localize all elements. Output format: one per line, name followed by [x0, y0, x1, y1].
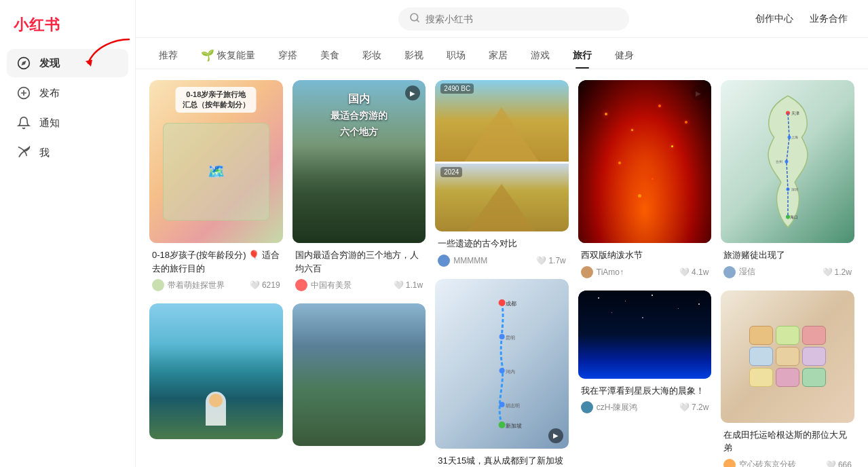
card-mountain[interactable]: 国内 最适合穷游的 六个地方 ▶ 国内最适合穷游的三个地方，人均六百 中国有美景 [293, 80, 426, 294]
svg-line-7 [417, 20, 419, 22]
card-title-mountain: 国内最适合穷游的三个地方，人均六百 [295, 248, 423, 275]
heart-icon-sea: 🤍 [679, 403, 690, 412]
card-route-map[interactable]: ▶ 成都 昆明 河内 胡志明 [435, 279, 569, 468]
card-meta-icecream: 空心砖东京分砖 🤍 666 [723, 459, 852, 468]
tab-fashion[interactable]: 穿搭 [269, 45, 307, 69]
creator-center-link[interactable]: 创作中心 [755, 13, 793, 25]
tab-food[interactable]: 美食 [311, 45, 349, 69]
card-likes-sea: 🤍 7.2w [679, 403, 709, 412]
card-author-icecream: 空心砖东京分砖 [723, 459, 796, 468]
card-title-pyramid: 一些遗迹的古今对比 [438, 237, 566, 250]
sidebar-item-publish[interactable]: 发布 [7, 79, 128, 107]
col-4: ▶ [578, 80, 712, 467]
card-body-pyramid: 一些遗迹的古今对比 MMMMM 🤍 1.7w [435, 231, 569, 269]
card-fire[interactable]: ▶ [578, 80, 712, 281]
card-village[interactable] [293, 303, 426, 454]
card-body-village [293, 446, 426, 454]
search-icon [409, 12, 420, 26]
svg-text:天津: 天津 [791, 111, 799, 115]
card-likes-mountain: 🤍 1.1w [394, 280, 423, 290]
avatar-vnmap [723, 266, 736, 278]
sidebar-label-discover: 发现 [39, 57, 60, 70]
avatar-mountain [295, 279, 307, 291]
svg-text:昆明: 昆明 [505, 335, 514, 340]
card-body-icecream: 在成田托运哈根达斯的那位大兄弟 空心砖东京分砖 🤍 666 [721, 423, 854, 468]
card-meta-pyramid: MMMMM 🤍 1.7w [438, 255, 566, 267]
tab-energy[interactable]: 🌱 恢复能量 [191, 45, 265, 69]
svg-marker-2 [21, 60, 26, 65]
business-link[interactable]: 业务合作 [810, 13, 848, 25]
svg-point-8 [498, 299, 505, 306]
search-input[interactable] [426, 14, 618, 24]
category-tabs: 推荐 🌱 恢复能量 穿搭 美食 彩妆 影视 职场 家居 游戏 旅行 [136, 38, 868, 69]
sidebar-item-notify[interactable]: 通知 [7, 109, 128, 137]
card-meta-sea: czH-陳展鸿 🤍 7.2w [581, 401, 709, 413]
bell-icon [16, 115, 31, 130]
heart-icon-m: 🤍 [394, 280, 404, 290]
card-author-sea: czH-陳展鸿 [581, 401, 638, 413]
card-ice-cream[interactable]: 在成田托运哈根达斯的那位大兄弟 空心砖东京分砖 🤍 666 [721, 291, 854, 468]
avatar-fire [581, 266, 593, 278]
card-body-route: 31天15城，真从成都到了新加坡（视频版） [435, 449, 569, 468]
card-title-route: 31天15城，真从成都到了新加坡（视频版） [438, 454, 566, 468]
tab-health[interactable]: 健身 [605, 45, 643, 69]
card-body-girl [149, 439, 283, 447]
tab-travel[interactable]: 旅行 [563, 45, 601, 69]
col-3: 2490 BC 2024 一些遗迹的古今对比 M [435, 80, 569, 467]
col-5: 天津 上海 台州 深圳 海口 旅游赌徒出现了 湿信 [721, 80, 854, 467]
card-author: 带着萌娃探世界 [152, 279, 225, 291]
card-title-fire: 西双版纳泼水节 [581, 248, 709, 262]
card-pyramid[interactable]: 2490 BC 2024 一些遗迹的古今对比 M [435, 80, 569, 269]
card-girl-view[interactable] [149, 303, 283, 447]
header-links: 创作中心 业务合作 [755, 13, 848, 25]
svg-text:胡志明: 胡志明 [505, 403, 519, 408]
col-2: 国内 最适合穷游的 六个地方 ▶ 国内最适合穷游的三个地方，人均六百 中国有美景 [293, 80, 426, 467]
sidebar-label-me: 我 [39, 147, 50, 160]
card-author-fire: TiAmo↑ [581, 266, 624, 278]
sidebar: 小红书 发现 发布 [0, 0, 136, 467]
card-title-sea: 我在平潭看到星辰大海的晨象！ [581, 384, 709, 398]
sidebar-label-publish: 发布 [39, 87, 60, 100]
card-travel-map[interactable]: 0-18岁亲子旅行地汇总（按年龄划分） 🗺️ 0-18岁孩子(按年龄段分) 🎈 … [149, 80, 283, 294]
tab-home[interactable]: 家居 [479, 45, 517, 69]
col-1: 0-18岁亲子旅行地汇总（按年龄划分） 🗺️ 0-18岁孩子(按年龄段分) 🎈 … [149, 80, 283, 467]
svg-text:新加坡: 新加坡 [505, 423, 521, 429]
avatar [152, 279, 164, 291]
svg-text:台州: 台州 [775, 160, 782, 164]
card-night-sea[interactable]: 我在平潭看到星辰大海的晨象！ czH-陳展鸿 🤍 7.2w [578, 291, 712, 417]
tab-game[interactable]: 游戏 [521, 45, 559, 69]
card-body-sea: 我在平潭看到星辰大海的晨象！ czH-陳展鸿 🤍 7.2w [578, 379, 712, 417]
card-author-pyramid: MMMMM [438, 255, 487, 267]
logo: 小红书 [14, 15, 60, 35]
heart-icon: 🤍 [250, 280, 260, 290]
content-area: 0-18岁亲子旅行地汇总（按年龄划分） 🗺️ 0-18岁孩子(按年龄段分) 🎈 … [136, 69, 868, 467]
card-meta-fire: TiAmo↑ 🤍 4.1w [581, 266, 709, 278]
leaf-icon [16, 145, 31, 160]
svg-text:深圳: 深圳 [791, 187, 798, 191]
main-area: 创作中心 业务合作 推荐 🌱 恢复能量 穿搭 美食 彩妆 影视 职场 家居 [136, 0, 868, 467]
sidebar-item-discover[interactable]: 发现 [7, 49, 128, 77]
card-title-icecream: 在成田托运哈根达斯的那位大兄弟 [723, 428, 852, 455]
avatar-sea [581, 401, 593, 413]
heart-icon-ic: 🤍 [826, 460, 836, 468]
sidebar-item-me[interactable]: 我 [7, 138, 128, 167]
card-likes-vnmap: 🤍 1.2w [823, 267, 852, 277]
card-body-mountain: 国内最适合穷游的三个地方，人均六百 中国有美景 🤍 1.1w [293, 243, 426, 294]
card-author-vnmap: 湿信 [723, 266, 755, 278]
sidebar-nav: 发现 发布 通知 [0, 49, 135, 167]
tab-colorful[interactable]: 彩妆 [353, 45, 391, 69]
sidebar-label-notify: 通知 [39, 117, 60, 130]
header: 创作中心 业务合作 [136, 0, 868, 38]
card-likes-pyramid: 🤍 1.7w [536, 256, 565, 265]
compass-icon [16, 56, 31, 71]
search-bar[interactable] [398, 7, 629, 31]
svg-text:海口: 海口 [790, 214, 798, 219]
card-vietnam-map[interactable]: 天津 上海 台州 深圳 海口 旅游赌徒出现了 湿信 [721, 80, 854, 281]
tab-movie[interactable]: 影视 [395, 45, 433, 69]
svg-point-11 [499, 402, 504, 407]
tab-career[interactable]: 职场 [437, 45, 475, 69]
tab-recommend[interactable]: 推荐 [149, 45, 187, 69]
avatar-pyramid [438, 255, 450, 267]
avatar-icecream [723, 459, 736, 468]
heart-icon-f: 🤍 [679, 267, 690, 277]
